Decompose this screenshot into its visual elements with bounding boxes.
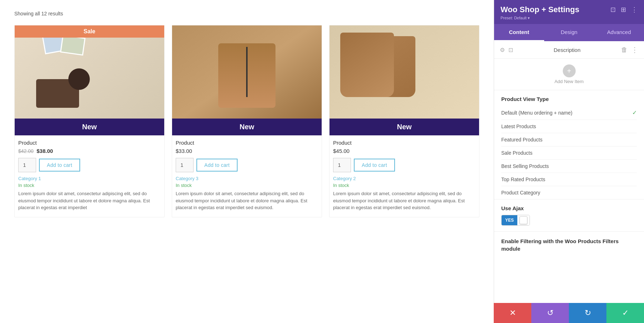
product-image-1 — [15, 25, 164, 119]
view-type-best-selling[interactable]: Best Selling Products — [501, 160, 637, 173]
add-new-item[interactable]: + Add New Item — [494, 59, 644, 90]
in-stock-2: In stock — [176, 183, 318, 188]
product-info-2: Product $33.00 Add to cart Category 3 In… — [172, 135, 322, 217]
bottom-toolbar: ✕ ↺ ↻ ✓ — [494, 303, 644, 323]
category-link-3[interactable]: Category 2 — [333, 176, 475, 181]
add-to-cart-btn-2[interactable]: Add to cart — [196, 159, 238, 172]
qty-input-2[interactable] — [176, 158, 194, 172]
qty-input-3[interactable] — [333, 158, 351, 172]
toolbar-save-btn[interactable]: ✓ — [606, 303, 644, 323]
tab-design[interactable]: Design — [544, 24, 594, 41]
product-name-1: Product — [18, 140, 161, 146]
description-row: ⚙ ⊡ Description 🗑 ⋮ — [494, 41, 644, 59]
panel-content: ⚙ ⊡ Description 🗑 ⋮ + Add New Item Produ… — [494, 41, 644, 323]
product-info-3: Product $45.00 Add to cart Category 2 In… — [330, 135, 479, 217]
panel-resize-btn[interactable]: ⊞ — [621, 6, 626, 14]
use-ajax-label: Use Ajax — [501, 205, 637, 211]
in-stock-1: In stock — [18, 183, 161, 188]
product-image-2 — [172, 25, 322, 119]
toolbar-cancel-btn[interactable]: ✕ — [494, 303, 531, 323]
product-view-type-title: Product View Type — [494, 90, 644, 106]
panel-header-actions: ⊡ ⊞ ⋮ — [610, 6, 638, 14]
desc-label: Description — [517, 47, 618, 53]
product-image-wrap-1: Sale New — [15, 25, 164, 135]
panel-title: Woo Shop + Settings — [501, 5, 579, 14]
product-image-3 — [330, 25, 479, 119]
panel-screenshot-btn[interactable]: ⊡ — [610, 6, 616, 14]
product-label-bar-1: New — [15, 119, 164, 135]
settings-panel: Woo Shop + Settings Preset: Default ▾ ⊡ … — [494, 0, 644, 323]
product-desc-2: Lorem ipsum dolor sit amet, consectetur … — [176, 190, 318, 211]
add-to-cart-row-2: Add to cart — [176, 158, 318, 172]
desc-delete-btn[interactable]: 🗑 — [621, 45, 628, 54]
price-3: $45.00 — [333, 148, 350, 154]
desc-more-btn[interactable]: ⋮ — [631, 45, 638, 54]
price-wrap-1: $42.00 $38.00 — [18, 148, 161, 154]
add-circle-icon: + — [563, 64, 576, 77]
use-ajax-section: Use Ajax YES — [494, 199, 644, 231]
sale-badge: Sale — [15, 25, 164, 38]
product-area: Showing all 12 results Sale New — [0, 0, 494, 323]
qty-input-1[interactable] — [18, 158, 36, 172]
product-card-2: New Product $33.00 Add to cart Category … — [172, 25, 322, 217]
camera-body — [36, 79, 79, 108]
toggle-no-side — [517, 215, 530, 225]
product-desc-1: Lorem ipsum dolor sit amet, consectetur … — [18, 190, 161, 211]
toolbar-redo-btn[interactable]: ↻ — [569, 303, 606, 323]
shoe-left — [340, 33, 394, 97]
product-desc-3: Lorem ipsum dolor sit amet, consectetur … — [333, 190, 475, 211]
bag-zipper — [246, 47, 248, 97]
product-card-1: Sale New Product $42.00 $38. — [14, 25, 165, 217]
results-count: Showing all 12 results — [14, 11, 479, 16]
product-card-3: New Product $45.00 Add to cart Category … — [329, 25, 479, 217]
camera-lens — [68, 68, 90, 90]
price-old-1: $42.00 — [18, 148, 34, 154]
in-stock-3: In stock — [333, 183, 475, 188]
product-image-wrap-3: New — [330, 25, 479, 135]
product-name-2: Product — [176, 140, 318, 146]
add-to-cart-btn-3[interactable]: Add to cart — [354, 159, 395, 172]
panel-header-row: Woo Shop + Settings Preset: Default ▾ ⊡ … — [501, 5, 638, 20]
tab-content[interactable]: Content — [494, 24, 544, 41]
panel-more-btn[interactable]: ⋮ — [631, 6, 638, 14]
products-grid: Sale New Product $42.00 $38. — [14, 25, 479, 217]
panel-tabs: Content Design Advanced — [494, 24, 644, 41]
add-to-cart-row-1: Add to cart — [18, 158, 161, 172]
product-name-3: Product — [333, 140, 475, 146]
panel-title-wrap: Woo Shop + Settings Preset: Default ▾ — [501, 5, 579, 20]
toggle-yes-label: YES — [502, 215, 517, 225]
desc-copy-btn[interactable]: ⊡ — [508, 47, 513, 53]
enable-filter-label: Enable Filtering with the Woo Products F… — [501, 237, 637, 252]
tab-advanced[interactable]: Advanced — [594, 24, 644, 41]
view-type-latest[interactable]: Latest Products — [501, 120, 637, 133]
view-type-default[interactable]: Default (Menu ordering + name) ✓ — [501, 106, 637, 120]
panel-preset[interactable]: Preset: Default ▾ — [501, 15, 579, 20]
view-type-featured[interactable]: Featured Products — [501, 133, 637, 146]
price-wrap-2: $33.00 — [176, 148, 318, 154]
product-image-wrap-2: New — [172, 25, 322, 135]
product-info-1: Product $42.00 $38.00 Add to cart Catego… — [15, 135, 164, 217]
photo-decoration-2 — [60, 35, 86, 56]
desc-actions: 🗑 ⋮ — [621, 45, 638, 54]
desc-gear-btn[interactable]: ⚙ — [500, 47, 505, 53]
view-type-top-rated[interactable]: Top Rated Products — [501, 173, 637, 186]
check-icon-default: ✓ — [632, 109, 637, 116]
add-new-label: Add New Item — [555, 79, 584, 84]
product-label-bar-3: New — [330, 119, 479, 135]
enable-filter-section: Enable Filtering with the Woo Products F… — [494, 231, 644, 258]
add-to-cart-row-3: Add to cart — [333, 158, 475, 172]
product-label-bar-2: New — [172, 119, 322, 135]
category-link-2[interactable]: Category 3 — [176, 176, 318, 181]
category-link-1[interactable]: Category 1 — [18, 176, 161, 181]
panel-header: Woo Shop + Settings Preset: Default ▾ ⊡ … — [494, 0, 644, 24]
toggle-knob — [519, 216, 527, 224]
price-wrap-3: $45.00 — [333, 148, 475, 154]
view-type-category[interactable]: Product Category — [501, 186, 637, 199]
toolbar-undo-btn[interactable]: ↺ — [531, 303, 569, 323]
view-type-sale[interactable]: Sale Products — [501, 146, 637, 160]
view-type-list: Default (Menu ordering + name) ✓ Latest … — [494, 106, 644, 199]
add-to-cart-btn-1[interactable]: Add to cart — [39, 159, 80, 172]
use-ajax-toggle[interactable]: YES — [501, 215, 530, 226]
price-2: $33.00 — [176, 148, 192, 154]
price-new-1: $38.00 — [36, 148, 53, 154]
